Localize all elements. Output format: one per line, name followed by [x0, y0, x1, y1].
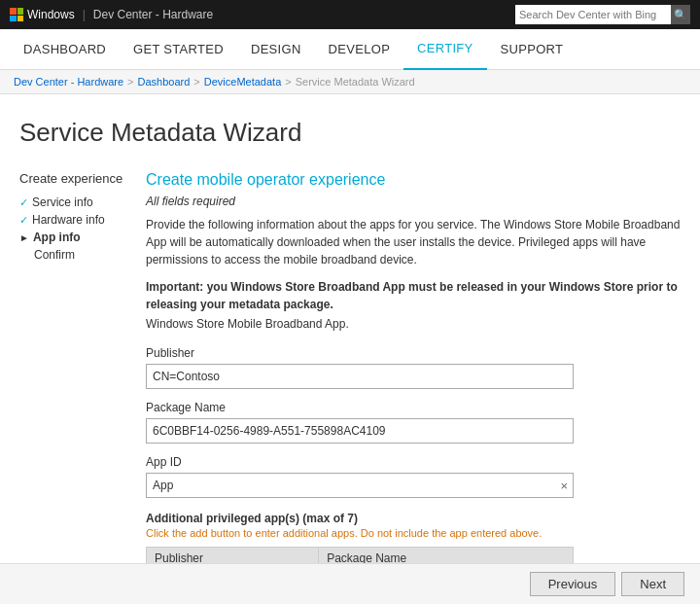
app-id-label: App ID [146, 455, 681, 469]
next-button[interactable]: Next [621, 572, 684, 596]
page-title: Service Metadata Wizard [19, 118, 681, 148]
publisher-label: Publisher [146, 346, 681, 360]
sidebar-item-confirm[interactable]: Confirm [19, 246, 126, 264]
nav-bar: DASHBOARD GET STARTED DESIGN DEVELOP CER… [0, 29, 700, 70]
check-icon: ✓ [19, 214, 28, 227]
page-content: Service Metadata Wizard Create experienc… [0, 94, 700, 604]
form-section-title: Create mobile operator experience [146, 171, 681, 189]
nav-dashboard[interactable]: DASHBOARD [10, 29, 120, 70]
sidebar-item-label: Hardware info [32, 213, 105, 227]
package-name-input[interactable] [146, 418, 574, 444]
sidebar-section-title: Create experience [19, 171, 126, 186]
max-label: (max of 7) [302, 512, 358, 525]
windows-logo: Windows [10, 8, 75, 21]
breadcrumb-dev-center[interactable]: Dev Center - Hardware [14, 76, 123, 88]
breadcrumb-device-metadata[interactable]: DeviceMetadata [204, 76, 282, 88]
search-input[interactable] [515, 5, 671, 24]
previous-button[interactable]: Previous [530, 572, 616, 596]
check-icon: ✓ [19, 196, 28, 209]
fields-required: All fields required [146, 195, 681, 208]
breadcrumb-dashboard[interactable]: Dashboard [138, 76, 191, 88]
bottom-bar: Previous Next [0, 563, 700, 604]
sidebar-item-label: Confirm [34, 248, 75, 262]
form-area: Create mobile operator experience All fi… [146, 171, 681, 604]
description-text: Provide the following information about … [146, 216, 681, 268]
nav-certify[interactable]: CERTIFY [403, 29, 486, 70]
breadcrumb-current: Service Metadata Wizard [296, 76, 415, 88]
sidebar-item-label: App info [33, 231, 81, 244]
app-id-clear-button[interactable]: × [560, 480, 568, 492]
sidebar-item-service-info[interactable]: ✓ Service info [19, 194, 126, 211]
nav-get-started[interactable]: GET STARTED [120, 29, 237, 70]
nav-develop[interactable]: DEVELOP [315, 29, 404, 70]
search-button[interactable]: 🔍 [671, 5, 690, 24]
additional-label: Additional privileged app(s) (max of 7) [146, 512, 681, 525]
arrow-icon: ► [19, 232, 29, 243]
nav-support[interactable]: SUPPORT [487, 29, 578, 70]
app-id-input[interactable] [146, 473, 574, 498]
sidebar-item-app-info[interactable]: ► App info [19, 229, 126, 246]
package-name-label: Package Name [146, 401, 681, 414]
nav-design[interactable]: DESIGN [237, 29, 315, 70]
top-bar-title: Dev Center - Hardware [93, 8, 213, 21]
add-hint: Click the add button to enter additional… [146, 527, 681, 539]
top-bar: Windows | Dev Center - Hardware 🔍 [0, 0, 700, 29]
windows-flag-icon [10, 8, 23, 21]
windows-label: Windows [27, 8, 75, 21]
sidebar: Create experience ✓ Service info ✓ Hardw… [19, 171, 146, 604]
breadcrumb: Dev Center - Hardware > Dashboard > Devi… [0, 70, 700, 94]
sidebar-item-hardware-info[interactable]: ✓ Hardware info [19, 211, 126, 229]
main-layout: Create experience ✓ Service info ✓ Hardw… [19, 171, 681, 604]
app-id-wrapper: × [146, 473, 574, 498]
search-box[interactable]: 🔍 [515, 5, 690, 24]
sidebar-item-label: Service info [32, 195, 93, 209]
broadband-label: Windows Store Mobile Broadband App. [146, 317, 681, 331]
publisher-input[interactable] [146, 364, 574, 389]
important-text: Important: you Windows Store Broadband A… [146, 278, 681, 313]
